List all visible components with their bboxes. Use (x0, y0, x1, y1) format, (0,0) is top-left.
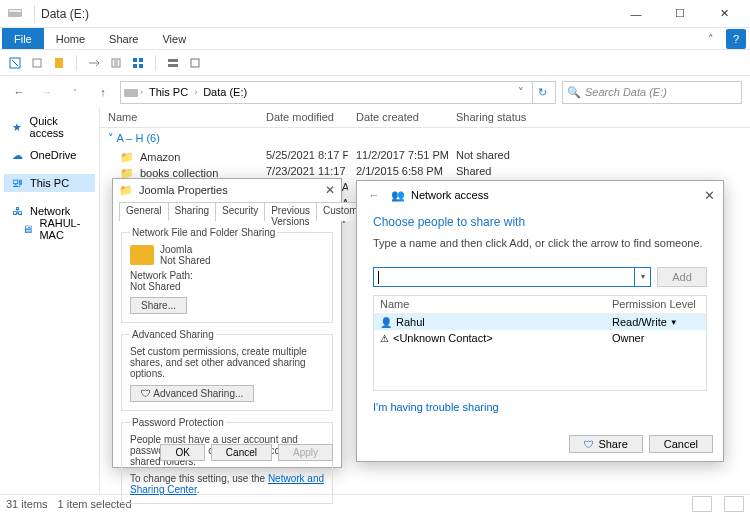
user-icon: 👤 (380, 317, 392, 328)
folder-icon: 📁 (120, 151, 134, 164)
svg-rect-11 (168, 64, 178, 67)
icons-view-button[interactable] (724, 496, 744, 512)
close-button[interactable]: ✕ (325, 183, 335, 197)
list-item[interactable]: ⚠<Unknown Contact>Owner (374, 330, 706, 346)
tab-previous-versions[interactable]: Previous Versions (264, 202, 317, 221)
file-sharing: Shared (448, 165, 548, 181)
search-placeholder: Search Data (E:) (585, 86, 667, 98)
people-combobox[interactable]: ▾ (373, 267, 651, 287)
add-button[interactable]: Add (657, 267, 707, 287)
sidebar-item-onedrive[interactable]: ☁ OneDrive (4, 146, 95, 164)
quick-access-toolbar (0, 50, 750, 76)
breadcrumb[interactable]: Data (E:) (199, 86, 251, 98)
tab-view[interactable]: View (150, 28, 198, 49)
advanced-sharing-button[interactable]: 🛡 Advanced Sharing... (130, 385, 254, 402)
sidebar-item-label: RAHUL-MAC (39, 217, 93, 241)
move-icon[interactable] (85, 54, 103, 72)
group-header[interactable]: ˅ A – H (6) (100, 128, 750, 149)
dialog-header[interactable]: ← 👥 Network access ✕ (357, 181, 723, 209)
tab-security[interactable]: Security (215, 202, 265, 221)
network-path-label: Network Path: (130, 270, 324, 281)
entry-name: ⚠<Unknown Contact> (374, 332, 606, 344)
folder-icon (130, 245, 154, 265)
share-button[interactable]: Share... (130, 297, 187, 314)
dialog-title: Joomla Properties (139, 184, 228, 196)
back-button[interactable]: ← (8, 81, 30, 103)
cancel-button[interactable]: Cancel (211, 444, 272, 461)
entry-name: 👤Rahul (374, 316, 606, 328)
pin-icon[interactable] (6, 54, 24, 72)
computer-icon: 🖥 (22, 223, 33, 235)
folder-name: Joomla (160, 244, 211, 255)
sidebar-item-label: Quick access (30, 115, 93, 139)
tab-general[interactable]: General (119, 202, 169, 221)
network-access-dialog: ← 👥 Network access ✕ Choose people to sh… (356, 180, 724, 462)
column-name-header[interactable]: Name (100, 108, 258, 127)
tab-file[interactable]: File (2, 28, 44, 49)
close-button[interactable]: ✕ (704, 188, 715, 203)
address-bar[interactable]: › This PC › Data (E:) ˅ ↻ (120, 81, 556, 104)
search-input[interactable]: 🔍 Search Data (E:) (562, 81, 742, 104)
entry-permission[interactable]: Read/Write ▼ (606, 316, 706, 328)
svg-rect-3 (33, 59, 41, 67)
sidebar-item-quick-access[interactable]: ★ Quick access (4, 118, 95, 136)
help-button[interactable]: ? (726, 29, 746, 49)
ribbon-tabs: File Home Share View ˄ ? (0, 28, 750, 50)
share-button[interactable]: 🛡Share (569, 435, 642, 453)
advanced-sharing-group: Advanced Sharing Set custom permissions,… (121, 329, 333, 411)
chevron-right-icon[interactable]: › (140, 87, 143, 97)
entry-permission[interactable]: Owner (606, 332, 706, 344)
up-button[interactable]: ↑ (92, 81, 114, 103)
cancel-button[interactable]: Cancel (649, 435, 713, 453)
sidebar-item-label: This PC (30, 177, 69, 189)
properties-icon[interactable] (107, 54, 125, 72)
column-name-header[interactable]: Name (374, 296, 606, 313)
forward-button[interactable]: → (36, 81, 58, 103)
password-text-2: To change this setting, use the Network … (130, 473, 324, 495)
svg-rect-7 (139, 58, 143, 62)
copy-icon[interactable] (28, 54, 46, 72)
minimize-button[interactable]: — (614, 0, 658, 28)
dialog-title-bar[interactable]: 📁 Joomla Properties ✕ (113, 179, 341, 201)
tab-sharing[interactable]: Sharing (168, 202, 216, 221)
address-row: ← → ˅ ↑ › This PC › Data (E:) ˅ ↻ 🔍 Sear… (0, 76, 750, 108)
ribbon-collapse-icon[interactable]: ˄ (700, 28, 722, 49)
table-row[interactable]: 📁Amazon5/25/2021 8:17 PM11/2/2017 7:51 P… (100, 149, 750, 165)
dialog-heading: Choose people to share with (373, 215, 707, 229)
chevron-down-icon[interactable]: ▾ (634, 268, 650, 286)
refresh-button[interactable]: ↻ (532, 82, 552, 103)
column-sharing-header[interactable]: Sharing status (448, 108, 548, 127)
sidebar-item-this-pc[interactable]: 🖳 This PC (4, 174, 95, 192)
history-dropdown-icon[interactable]: ˅ (64, 81, 86, 103)
apply-button[interactable]: Apply (278, 444, 333, 461)
ok-button[interactable]: OK (160, 444, 204, 461)
column-modified-header[interactable]: Date modified (258, 108, 348, 127)
trouble-sharing-link[interactable]: I'm having trouble sharing (373, 401, 707, 413)
paste-icon[interactable] (50, 54, 68, 72)
column-created-header[interactable]: Date created (348, 108, 448, 127)
separator (34, 5, 35, 23)
column-permission-header[interactable]: Permission Level (606, 296, 706, 313)
details-view-button[interactable] (692, 496, 712, 512)
tab-home[interactable]: Home (44, 28, 97, 49)
folder-icon: 📁 (119, 184, 133, 197)
folder-shared-status: Not Shared (160, 255, 211, 266)
dialog-tabs: General Sharing Security Previous Versio… (119, 201, 335, 221)
cloud-icon: ☁ (10, 149, 24, 162)
list-item[interactable]: 👤RahulRead/Write ▼ (374, 314, 706, 330)
back-button[interactable]: ← (365, 186, 383, 204)
select-all-icon[interactable] (129, 54, 147, 72)
window-title: Data (E:) (41, 7, 89, 21)
sidebar-item-rahul-mac[interactable]: 🖥 RAHUL-MAC (4, 220, 95, 238)
tab-share[interactable]: Share (97, 28, 150, 49)
file-sharing: Not shared (448, 149, 548, 165)
sidebar-item-label: OneDrive (30, 149, 76, 161)
maximize-button[interactable]: ☐ (658, 0, 702, 28)
chevron-right-icon[interactable]: › (194, 87, 197, 97)
close-button[interactable]: ✕ (702, 0, 746, 28)
dialog-title: Network access (411, 189, 489, 201)
view-icon[interactable] (164, 54, 182, 72)
breadcrumb[interactable]: This PC (145, 86, 192, 98)
address-dropdown-icon[interactable]: ˅ (512, 86, 530, 99)
view-icon-2[interactable] (186, 54, 204, 72)
